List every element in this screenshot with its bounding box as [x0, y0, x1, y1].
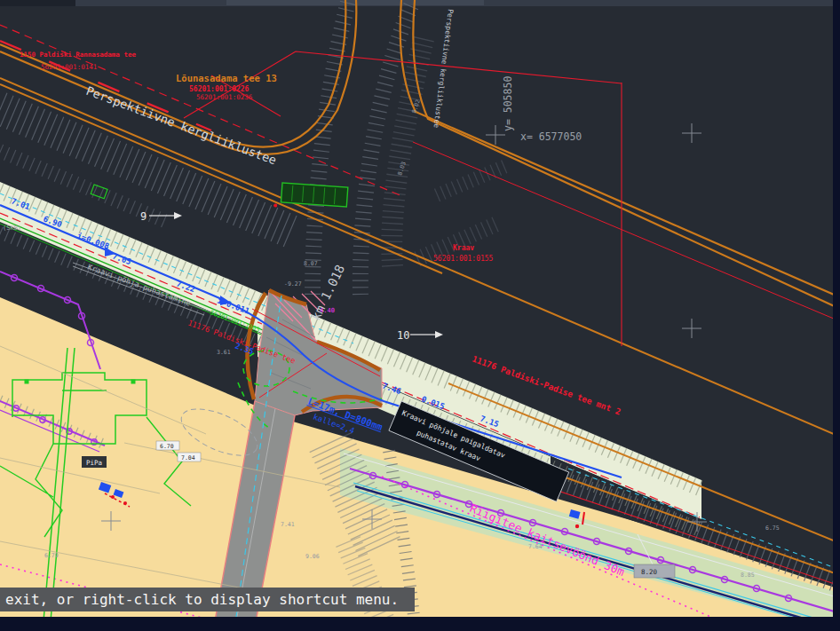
command-prompt-text[interactable]: exit, or right-click to display shortcut… — [5, 591, 399, 608]
label-440: 4.40 — [320, 307, 335, 314]
elevation: -9.27 — [284, 280, 302, 288]
label-grid-y: y= 505850 — [502, 76, 514, 131]
label-ref-9: 9 — [140, 210, 147, 223]
elevation: 7.64 — [528, 543, 543, 550]
elevation: 7.41 — [281, 521, 295, 528]
label-road-nw-cadastral: 56201:001:0141 — [41, 63, 97, 71]
elevation: 8.07 — [304, 260, 318, 267]
label-ref-10: 10 — [397, 329, 409, 342]
label-pipa: PiPa — [86, 459, 102, 467]
elevation: 9.06 — [305, 553, 320, 560]
label-skb: (SKB) — [3, 225, 21, 232]
label-lounasadama: Lõunasadama tee 13 — [176, 73, 277, 83]
elevation: 3.61 — [217, 349, 231, 356]
label-kraav: Kraav — [453, 244, 474, 252]
elevation: 8.85 — [741, 572, 755, 579]
label-lounasadama-cad2: 56201:001:0236 — [196, 93, 253, 101]
elevation: 6.75 — [765, 525, 780, 532]
cad-application-window: Kraavi põhjale paigaldatav puhastatav kr… — [0, 0, 840, 631]
elevation: 6.79 — [44, 552, 59, 559]
elevation-boxed: 6.70 — [160, 443, 174, 450]
drawing-viewport[interactable]: Kraavi põhjale paigaldatav puhastatav kr… — [0, 0, 840, 631]
label-kraav-cadastral: 56201:001:0155 — [433, 255, 494, 263]
label-lounasadama-cad1: 56201:001:0226 — [189, 85, 250, 93]
label-grid-x: x= 6577050 — [520, 130, 582, 143]
command-bar[interactable]: exit, or right-click to display shortcut… — [0, 588, 415, 611]
label-road-nw-name: 1150 Paldiski Rannasadama tee — [20, 51, 136, 59]
elevation-boxed: 7.04 — [181, 454, 195, 461]
elevation-boxed: 8.20 — [641, 568, 658, 576]
